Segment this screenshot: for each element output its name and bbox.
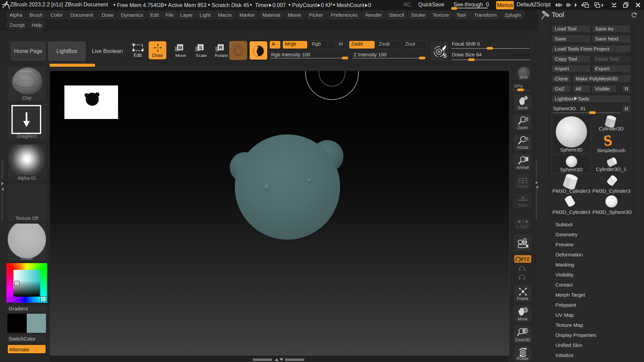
- svg-text:R: R: [219, 45, 223, 50]
- svg-text:S: S: [443, 53, 447, 59]
- svg-text:Z: Z: [524, 277, 526, 281]
- svg-text:x1: x1: [525, 138, 528, 141]
- svg-text:Y: Y: [524, 268, 527, 272]
- svg-text:M: M: [178, 45, 182, 50]
- svg-text:S: S: [199, 45, 202, 50]
